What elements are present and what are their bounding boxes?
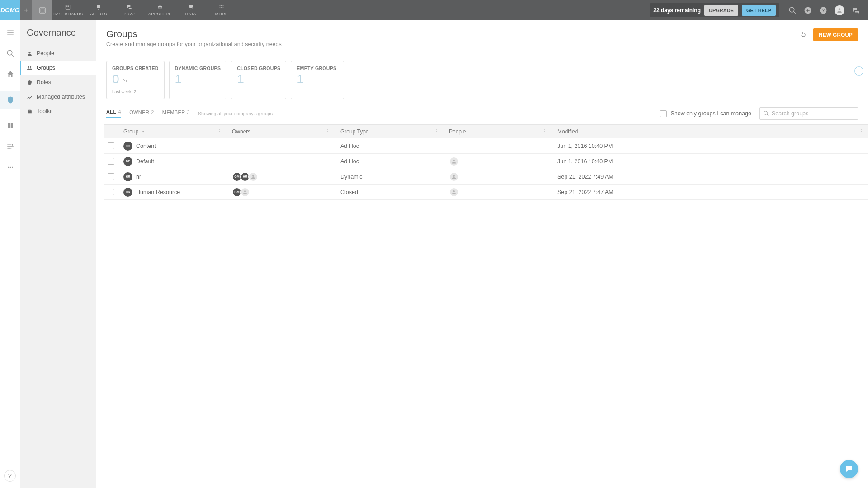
stat-card-created[interactable]: GROUPS CREATED 0 Last week: 2 — [106, 61, 165, 99]
sidebar-item-people[interactable]: People — [20, 46, 96, 61]
group-badge: HR — [123, 172, 132, 181]
filter-tab-label: MEMBER — [162, 109, 185, 115]
modified-date: Jun 1, 2016 10:40 PM — [557, 143, 613, 149]
stat-label: EMPTY GROUPS — [297, 66, 338, 71]
add-icon[interactable] — [804, 6, 812, 14]
rail-menu-icon[interactable] — [6, 28, 14, 37]
modified-date: Sep 21, 2022 7:47 AM — [557, 189, 613, 195]
top-bar: DOMO + DASHBOARDS ALERTS BUZZ APPSTORE D… — [0, 0, 868, 20]
user-avatar[interactable] — [835, 5, 844, 15]
th-group[interactable]: Group — [118, 125, 226, 138]
search-input[interactable] — [760, 107, 858, 120]
people-avatars — [449, 172, 459, 182]
sidebar-item-toolkit[interactable]: Toolkit — [20, 104, 96, 118]
column-menu-icon[interactable] — [325, 128, 331, 134]
svg-point-28 — [436, 129, 437, 130]
collapse-stats-button[interactable] — [854, 66, 863, 76]
chat-fab[interactable] — [840, 460, 858, 478]
buzz-panel-icon[interactable] — [852, 6, 860, 14]
filter-tab-owner[interactable]: OWNER 2 — [129, 109, 154, 118]
th-type[interactable]: Group Type — [335, 125, 443, 138]
show-manage-toggle[interactable]: Show only groups I can manage — [660, 110, 751, 117]
stat-card-closed[interactable]: CLOSED GROUPS 1 — [231, 61, 286, 99]
table-row[interactable]: CO Content Ad Hoc Jun 1, 2016 10:40 PM — [104, 138, 868, 154]
nav-dashboards[interactable]: DASHBOARDS — [52, 0, 83, 20]
rail-cards-icon[interactable] — [6, 122, 14, 130]
group-badge: DE — [123, 157, 132, 166]
column-menu-icon[interactable] — [858, 128, 864, 134]
nav-buzz[interactable]: BUZZ — [114, 0, 145, 20]
rail-governance-icon[interactable] — [6, 96, 14, 104]
row-checkbox[interactable] — [108, 189, 114, 195]
svg-point-29 — [436, 131, 437, 132]
th-people[interactable]: People — [443, 125, 552, 138]
sidebar-item-managed-attributes[interactable]: Managed attributes — [20, 90, 96, 104]
row-checkbox[interactable] — [108, 158, 114, 165]
th-owners[interactable]: Owners — [226, 125, 335, 138]
search-icon[interactable] — [788, 6, 797, 14]
svg-point-26 — [327, 131, 328, 132]
nav-data-label: DATA — [185, 12, 196, 16]
filter-hint: Showing all your company's groups — [198, 111, 273, 116]
sidebar-item-roles[interactable]: Roles — [20, 75, 96, 90]
stat-card-dynamic[interactable]: DYNAMIC GROUPS 1 — [169, 61, 227, 99]
nav-more[interactable]: MORE — [206, 0, 237, 20]
add-module-button[interactable]: + — [20, 0, 32, 20]
table-row[interactable]: HR hr GMHR Dynamic Sep 21, 2022 7:49 AM — [104, 169, 868, 185]
group-type: Dynamic — [340, 174, 363, 180]
group-type: Ad Hoc — [340, 143, 359, 149]
group-name: Human Resource — [136, 189, 180, 195]
brand-logo[interactable]: DOMO — [0, 0, 20, 20]
column-menu-icon[interactable] — [216, 128, 222, 134]
get-help-button[interactable]: GET HELP — [742, 5, 776, 16]
row-checkbox[interactable] — [108, 173, 114, 180]
filter-bar: ALL 4 OWNER 2 MEMBER 3 Showing all your … — [96, 107, 868, 124]
top-nav: DASHBOARDS ALERTS BUZZ APPSTORE DATA MOR… — [52, 0, 237, 20]
svg-point-9 — [220, 7, 221, 8]
modified-date: Jun 1, 2016 10:40 PM — [557, 158, 613, 165]
nav-alerts[interactable]: ALERTS — [83, 0, 114, 20]
svg-point-34 — [861, 129, 862, 130]
svg-rect-2 — [66, 5, 70, 10]
nav-data[interactable]: DATA — [175, 0, 206, 20]
new-group-button[interactable]: NEW GROUP — [813, 28, 858, 41]
row-checkbox[interactable] — [108, 142, 114, 149]
column-menu-icon[interactable] — [542, 128, 548, 134]
group-badge: CO — [123, 142, 132, 151]
stat-label: CLOSED GROUPS — [237, 66, 280, 71]
sidebar-title: Governance — [20, 28, 96, 46]
filter-tab-member[interactable]: MEMBER 3 — [162, 109, 190, 118]
nav-more-label: MORE — [215, 12, 228, 16]
nav-appstore[interactable]: APPSTORE — [145, 0, 175, 20]
group-name: Default — [136, 158, 154, 165]
upgrade-button[interactable]: UPGRADE — [704, 5, 738, 16]
sidebar-item-groups[interactable]: Groups — [20, 61, 96, 75]
rail-help-button[interactable]: ? — [4, 470, 16, 482]
help-icon[interactable]: ? — [819, 6, 827, 14]
svg-point-20 — [9, 167, 11, 168]
stat-value: 1 — [175, 72, 182, 86]
refresh-icon[interactable] — [800, 31, 807, 38]
group-name: hr — [136, 174, 141, 180]
rail-home-icon[interactable] — [6, 70, 14, 78]
owner-avatar-blank — [240, 187, 250, 197]
people-avatars — [449, 156, 459, 166]
nav-appstore-label: APPSTORE — [148, 12, 172, 16]
column-menu-icon[interactable] — [433, 128, 439, 134]
rail-search-icon[interactable] — [6, 49, 14, 57]
svg-point-8 — [223, 5, 224, 6]
table-row[interactable]: HR Human Resource GM Closed Sep 21, 2022… — [104, 185, 868, 200]
show-manage-checkbox[interactable] — [660, 110, 667, 117]
current-module-icon[interactable] — [32, 0, 52, 20]
table-row[interactable]: DE Default Ad Hoc Jun 1, 2016 10:40 PM — [104, 154, 868, 169]
svg-point-32 — [544, 131, 545, 132]
rail-settings-icon[interactable] — [6, 142, 14, 151]
filter-tab-all[interactable]: ALL 4 — [106, 109, 121, 118]
people-avatar-blank — [449, 156, 459, 166]
stat-subtext: Last week: 2 — [112, 89, 159, 94]
svg-point-7 — [221, 5, 222, 6]
th-modified[interactable]: Modified — [552, 125, 868, 138]
owner-avatars: GM — [232, 187, 250, 197]
stat-card-empty[interactable]: EMPTY GROUPS 1 — [291, 61, 344, 99]
rail-more-icon[interactable] — [6, 163, 14, 171]
